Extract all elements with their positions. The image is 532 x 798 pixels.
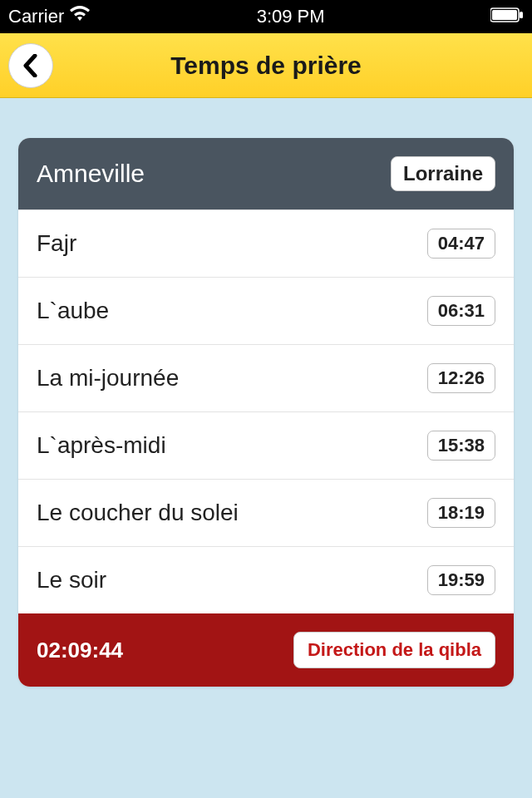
status-bar: Carrier 3:09 PM [0,0,532,33]
prayer-name: Fajr [37,230,76,257]
prayer-row: Fajr 04:47 [18,209,514,277]
card-header: Amneville Lorraine [18,138,514,209]
card-footer: 02:09:44 Direction de la qibla [18,613,514,687]
wifi-icon [69,6,91,27]
prayer-row: L`après-midi 15:38 [18,411,514,479]
carrier-label: Carrier [8,6,64,27]
prayer-name: Le coucher du solei [37,500,239,526]
page-title: Temps de prière [0,52,532,80]
prayer-name: La mi-journée [37,365,179,392]
prayer-row: Le coucher du solei 18:19 [18,479,514,546]
prayer-time: 18:19 [427,498,495,528]
prayer-name: L`après-midi [37,432,166,459]
city-name: Amneville [37,160,145,188]
prayer-name: Le soir [37,567,106,594]
back-button[interactable] [8,43,53,88]
svg-rect-2 [520,12,523,18]
status-left: Carrier [8,6,91,27]
prayer-time: 15:38 [427,431,495,461]
status-time: 3:09 PM [257,6,325,27]
prayer-time: 04:47 [427,229,495,259]
svg-rect-1 [492,10,517,20]
prayer-time: 12:26 [427,363,495,393]
content-area: Amneville Lorraine Fajr 04:47 L`aube 06:… [0,98,532,705]
chevron-left-icon [22,54,40,77]
prayer-time: 19:59 [427,565,495,595]
qibla-button[interactable]: Direction de la qibla [293,632,495,668]
countdown-timer: 02:09:44 [37,638,123,663]
region-badge[interactable]: Lorraine [391,156,495,191]
battery-icon [490,6,524,27]
status-right [490,6,524,27]
prayer-row: L`aube 06:31 [18,277,514,344]
prayer-time: 06:31 [427,296,495,326]
prayer-row: La mi-journée 12:26 [18,344,514,411]
prayer-name: L`aube [37,298,109,324]
prayer-card: Amneville Lorraine Fajr 04:47 L`aube 06:… [18,138,514,687]
prayer-row: Le soir 19:59 [18,546,514,613]
app-header: Temps de prière [0,33,532,98]
